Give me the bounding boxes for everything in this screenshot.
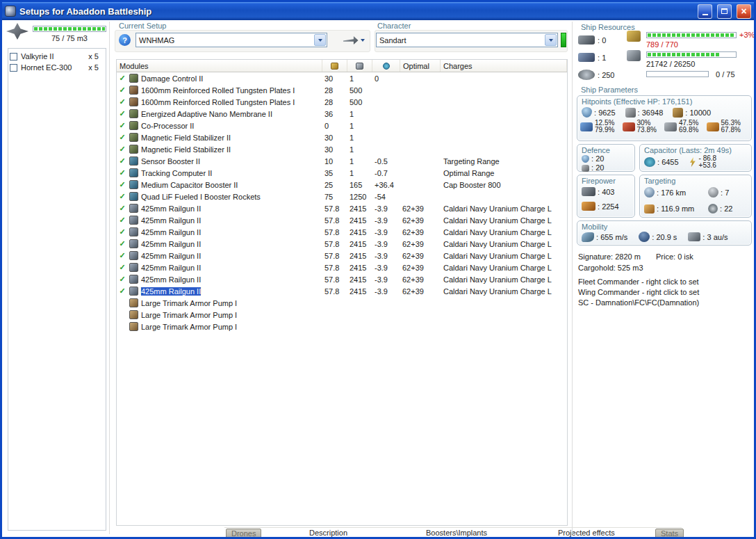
defence-value-1: 20	[591, 154, 604, 163]
module-powergrid-value: 165	[347, 181, 372, 189]
module-active-check-icon: ✓	[117, 155, 128, 167]
module-row[interactable]: Large Trimark Armor Pump I	[117, 297, 567, 309]
module-row[interactable]: ✓Magnetic Field Stabilizer II301	[117, 143, 567, 155]
tab-drones[interactable]: Drones	[226, 529, 261, 538]
module-optimal-value: 62+39	[400, 287, 441, 296]
drone-bandwidth-bar	[646, 71, 709, 77]
firepower-box: Firepower 403 2254	[577, 175, 635, 218]
module-name: Medium Capacitor Booster II	[141, 181, 238, 189]
module-icon-cell	[128, 133, 140, 142]
module-name: Tracking Computer II	[141, 169, 212, 177]
module-icon-cell	[128, 227, 140, 236]
setup-combo-value: WNHMAG	[139, 36, 174, 45]
thermal-resist-icon	[623, 122, 635, 131]
help-icon[interactable]: ?	[119, 34, 131, 46]
setup-combo[interactable]: WNHMAG	[135, 33, 327, 47]
module-icon-cell	[128, 204, 140, 213]
module-name: Sensor Booster II	[141, 157, 200, 166]
module-row[interactable]: ✓1600mm Reinforced Rolled Tungsten Plate…	[117, 84, 567, 96]
hitpoints-label: Hitpoints (Effective HP: 176,151)	[577, 96, 751, 106]
drone-list-item[interactable]: Valkyrie IIx 5	[10, 51, 104, 62]
module-row[interactable]: ✓425mm Railgun II57.82415-3.962+39Caldar…	[117, 238, 567, 250]
module-row[interactable]: ✓425mm Railgun II57.82415-3.962+39Caldar…	[117, 202, 567, 214]
module-row[interactable]: ✓425mm Railgun II57.82415-3.962+39Caldar…	[117, 262, 567, 273]
module-icon-cell	[128, 251, 140, 260]
resist-item: 56.3%67.8%	[707, 120, 749, 134]
module-name: Magnetic Field Stabilizer II	[141, 145, 231, 154]
module-icon-cell	[128, 216, 140, 225]
module-name: 425mm Railgun II	[141, 240, 201, 248]
module-active-check-icon: ✓	[117, 191, 128, 202]
module-icon-cell	[128, 310, 140, 319]
module-row[interactable]: ✓Energized Adaptive Nano Membrane II361	[117, 108, 567, 120]
module-row[interactable]: ✓425mm Railgun II57.82415-3.962+39Caldar…	[117, 214, 567, 226]
module-powergrid-value: 1	[347, 110, 372, 118]
module-row[interactable]: Large Trimark Armor Pump I	[117, 321, 567, 332]
module-row[interactable]: ✓425mm Railgun II57.82415-3.962+39Caldar…	[117, 285, 567, 297]
cargohold-label: Cargohold: 525 m3	[578, 264, 643, 272]
module-charges-value: Caldari Navy Uranium Charge L	[441, 287, 567, 296]
module-row[interactable]: ✓425mm Railgun II57.82415-3.962+39Caldar…	[117, 273, 567, 285]
module-cap-value: -3.9	[372, 204, 400, 213]
minimize-button[interactable]	[698, 4, 712, 19]
armor-hp-value: 36948	[638, 108, 664, 117]
module-row[interactable]: ✓Sensor Booster II101-0.5Targeting Range	[117, 155, 567, 167]
module-icon	[129, 204, 138, 213]
close-button[interactable]: ×	[737, 4, 751, 19]
module-row[interactable]: Large Trimark Armor Pump I	[117, 309, 567, 321]
module-row[interactable]: ✓Medium Capacitor Booster II25165+36.4Ca…	[117, 179, 567, 191]
setup-combo-arrow-button[interactable]	[314, 34, 326, 46]
module-active-check-icon: ✓	[117, 202, 128, 214]
module-row[interactable]: ✓Co-Processor II01	[117, 120, 567, 131]
character-combo[interactable]: Sandart	[376, 33, 558, 47]
drone-bay-capacity-label: 75 / 75 m3	[33, 34, 106, 42]
tab-boosters-implants[interactable]: Boosters\Implants	[426, 529, 487, 537]
signature-label: Signature: 2820 m	[578, 252, 641, 261]
module-charges-value: Caldari Navy Uranium Charge L	[441, 264, 567, 272]
drone-bay-icon	[6, 23, 28, 40]
wing-commander-setting[interactable]: Wing Commander - right click to set	[578, 288, 699, 296]
maximize-button[interactable]	[717, 4, 732, 19]
module-icon-cell	[128, 74, 140, 83]
firepower-label: Firepower	[577, 175, 634, 185]
module-row[interactable]: ✓425mm Railgun II57.82415-3.962+39Caldar…	[117, 226, 567, 238]
module-cpu-value: 28	[322, 86, 347, 95]
ship-stats-panel: Ship Resources 0 1 250 +3% 789 / 770 217…	[572, 22, 755, 534]
dps-value: 403	[598, 188, 614, 196]
module-powergrid-value: 1	[347, 157, 372, 166]
character-combo-arrow-button[interactable]	[545, 34, 557, 46]
tab-description[interactable]: Description	[309, 529, 347, 537]
app-icon	[5, 6, 16, 17]
module-charges-value: Caldari Navy Uranium Charge L	[441, 252, 567, 260]
defence-box: Defence 20 20	[577, 144, 635, 172]
capacitor-label: Capacitor (Lasts: 2m 49s)	[640, 145, 751, 154]
module-row[interactable]: ✓1600mm Reinforced Rolled Tungsten Plate…	[117, 96, 567, 108]
module-row[interactable]: ✓Magnetic Field Stabilizer II301	[117, 131, 567, 143]
fleet-commander-setting[interactable]: Fleet Commander - right click to set	[578, 277, 699, 286]
module-name: 425mm Railgun II	[141, 287, 201, 296]
max-targets-value: 7	[721, 188, 729, 197]
squad-commander-setting[interactable]: SC - Damnation\FC\FC(Damnation)	[578, 298, 699, 307]
drone-list-item[interactable]: Hornet EC-300x 5	[10, 62, 104, 73]
module-charges-value: Caldari Navy Uranium Charge L	[441, 240, 567, 248]
launcher-hardpoints-value: 1	[598, 54, 606, 62]
module-cpu-value: 28	[322, 98, 347, 106]
module-icon	[129, 298, 138, 307]
module-icon	[129, 145, 138, 154]
module-cpu-value: 36	[322, 110, 347, 118]
titlebar[interactable]: Setups for Abaddon Battleship ×	[2, 2, 754, 20]
calibration-value: 250	[598, 71, 614, 79]
module-row[interactable]: ✓425mm Railgun II57.82415-3.962+39Caldar…	[117, 250, 567, 262]
structure-icon	[673, 108, 683, 118]
drone-qty: x 5	[88, 52, 99, 61]
module-row[interactable]: ✓Damage Control II3010	[117, 72, 567, 84]
module-cpu-value: 10	[322, 157, 347, 166]
module-row[interactable]: ✓Quad LiF Fueled I Booster Rockets751250…	[117, 191, 567, 202]
module-icon-cell	[128, 109, 140, 118]
module-name-cell: Large Trimark Armor Pump I	[140, 299, 322, 307]
drone-checkbox[interactable]	[10, 64, 17, 72]
modules-body: ✓Damage Control II3010✓1600mm Reinforced…	[117, 72, 567, 332]
drone-checkbox[interactable]	[10, 53, 17, 61]
module-row[interactable]: ✓Tracking Computer II351-0.7Optimal Rang…	[117, 167, 567, 179]
ship-options-button[interactable]	[340, 33, 368, 48]
